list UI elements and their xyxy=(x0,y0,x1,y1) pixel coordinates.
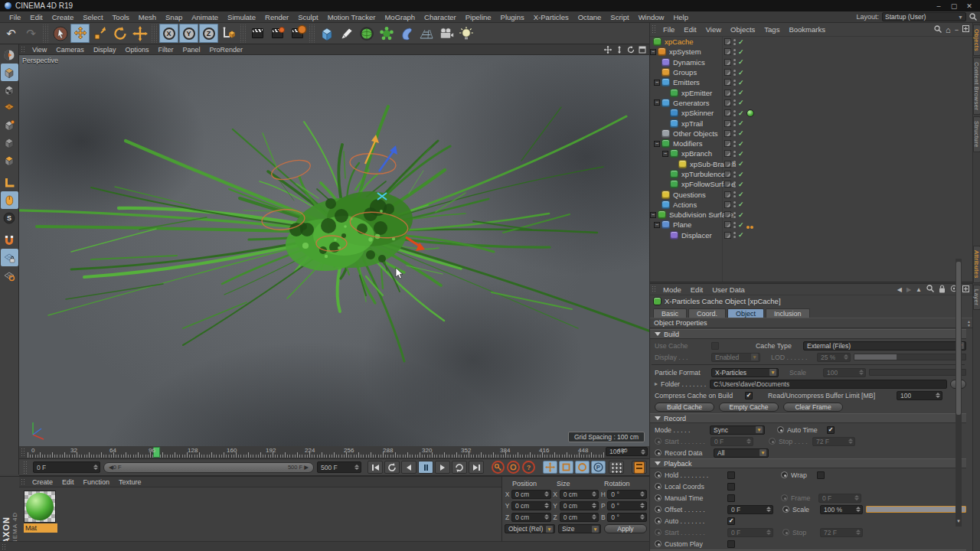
nav-back-icon[interactable]: ◀ xyxy=(897,286,902,293)
tree-row-xpskinner[interactable]: xpSkinner✓ xyxy=(650,108,980,118)
lod-field[interactable]: 25 % xyxy=(817,353,851,362)
render-settings-button[interactable] xyxy=(288,24,307,43)
add-generator-button[interactable] xyxy=(357,24,376,43)
menu-objects-tags[interactable]: Tags xyxy=(760,25,784,34)
tree-row-questions[interactable]: Questions✓ xyxy=(650,189,980,199)
layout-dropdown[interactable]: Startup (User)▼ xyxy=(882,12,966,21)
cache-type-dropdown[interactable]: External (Files)▼ xyxy=(803,341,966,350)
add-cube-button[interactable] xyxy=(317,24,336,43)
tree-row-emitters[interactable]: −Emitters✓ xyxy=(650,77,980,87)
record-data-radio[interactable] xyxy=(655,449,662,456)
visibility-dots[interactable] xyxy=(733,141,736,147)
magnet-button[interactable] xyxy=(1,231,18,249)
panel-handle[interactable] xyxy=(652,285,656,293)
add-panel-icon[interactable] xyxy=(962,285,969,294)
make-editable-button[interactable] xyxy=(1,46,18,64)
menu-attributes-mode[interactable]: Mode xyxy=(658,285,686,294)
tab-inclusion[interactable]: Inclusion xyxy=(766,308,810,318)
viewport-solo-button[interactable] xyxy=(1,191,18,209)
rotation-h-field[interactable]: 0 ° xyxy=(607,490,647,499)
menu-main-octane[interactable]: Octane xyxy=(573,13,606,21)
menu-viewport-cameras[interactable]: Cameras xyxy=(51,46,89,54)
tree-row-actions[interactable]: Actions✓ xyxy=(650,200,980,210)
enabled-check[interactable]: ✓ xyxy=(738,191,744,198)
size-z-field[interactable]: 0 cm xyxy=(560,513,599,522)
expander-icon[interactable]: − xyxy=(654,141,660,147)
menu-main-select[interactable]: Select xyxy=(78,13,107,21)
minimize-button[interactable]: – xyxy=(931,2,946,10)
expand-arrow[interactable]: ▸ xyxy=(655,380,658,387)
layer-toggle[interactable] xyxy=(724,69,731,76)
layer-toggle[interactable] xyxy=(724,90,731,96)
search-icon[interactable] xyxy=(934,25,942,34)
panel-handle[interactable] xyxy=(23,461,28,474)
build-cache-button[interactable]: Build Cache xyxy=(655,403,714,412)
minimize-panel-icon[interactable]: − xyxy=(955,26,959,34)
offset-field[interactable]: 0 F xyxy=(727,505,773,514)
custom-play-checkbox[interactable] xyxy=(727,540,735,548)
lod-slider[interactable] xyxy=(854,354,966,360)
animation-enable-radio[interactable] xyxy=(655,517,662,524)
axis-z-button[interactable]: Z xyxy=(199,24,218,43)
lock-icon[interactable] xyxy=(939,285,946,295)
panel-handle[interactable] xyxy=(21,46,25,53)
menu-main-simulate[interactable]: Simulate xyxy=(223,13,260,21)
render-picture-viewer-button[interactable] xyxy=(268,24,287,43)
menu-main-help[interactable]: Help xyxy=(668,13,693,21)
layer-toggle[interactable] xyxy=(724,120,731,127)
local-coords-checkbox[interactable] xyxy=(727,483,735,491)
tab-coord[interactable]: Coord. xyxy=(688,308,726,318)
layer-toggle[interactable] xyxy=(724,201,731,208)
panel-handle[interactable] xyxy=(652,24,656,34)
tree-row-generators[interactable]: −Generators✓ xyxy=(650,98,980,108)
animation-enable-radio[interactable] xyxy=(655,529,662,536)
tab-basic[interactable]: Basic xyxy=(653,308,687,318)
menu-main-tools[interactable]: Tools xyxy=(108,13,134,21)
panel-tab-objects[interactable]: Objects xyxy=(973,24,980,56)
visibility-dots[interactable] xyxy=(733,181,736,187)
rotate-button[interactable] xyxy=(110,24,129,43)
scale-button[interactable] xyxy=(90,24,109,43)
expander-icon[interactable]: − xyxy=(654,222,660,228)
autokeying-button[interactable] xyxy=(507,461,520,474)
section-header-playback[interactable]: Playback xyxy=(650,458,966,468)
layer-toggle[interactable] xyxy=(724,150,731,157)
layer-toggle[interactable] xyxy=(724,109,731,116)
panel-tab-content-browser[interactable]: Content Browser xyxy=(973,57,980,115)
menu-objects-bookmarks[interactable]: Bookmarks xyxy=(784,25,830,34)
layer-toggle[interactable] xyxy=(724,140,731,147)
layer-toggle[interactable] xyxy=(724,232,731,239)
add-environment-button[interactable] xyxy=(416,24,436,43)
menu-main-character[interactable]: Character xyxy=(420,13,461,21)
menu-objects-file[interactable]: File xyxy=(658,25,679,34)
undo-button[interactable]: ↶ xyxy=(2,24,21,43)
panel-handle[interactable] xyxy=(2,543,6,550)
add-panel-icon[interactable] xyxy=(962,25,969,34)
record-parameter-button[interactable]: P xyxy=(591,461,606,474)
step-forward-button[interactable] xyxy=(435,461,450,474)
range-start-field[interactable]: 0 F xyxy=(33,461,100,473)
point-level-animation-button[interactable] xyxy=(609,461,624,474)
record-mode-dropdown[interactable]: Sync▼ xyxy=(710,425,765,435)
folder-field[interactable]: C:\Users\dave\Documents xyxy=(710,380,947,389)
visibility-dots[interactable] xyxy=(733,99,736,106)
scroll-arrows[interactable]: ▲▼ xyxy=(967,320,971,327)
expander-icon[interactable]: − xyxy=(650,212,656,218)
visibility-dots[interactable] xyxy=(733,120,736,126)
points-mode-button[interactable] xyxy=(1,134,18,152)
menu-main-snap[interactable]: Snap xyxy=(161,13,187,21)
animation-enable-radio[interactable] xyxy=(769,438,776,445)
animation-enable-radio[interactable] xyxy=(655,438,662,445)
range-end-field[interactable]: 500 F xyxy=(317,461,361,473)
layer-toggle[interactable] xyxy=(724,171,731,178)
visibility-dots[interactable] xyxy=(733,59,736,65)
manual-time-checkbox[interactable] xyxy=(727,494,735,502)
menu-attributes-user-data[interactable]: User Data xyxy=(707,285,750,294)
menu-viewport-options[interactable]: Options xyxy=(120,46,153,54)
model-mode-button[interactable] xyxy=(1,64,18,81)
material-tag[interactable] xyxy=(746,109,754,117)
size-y-field[interactable]: 0 cm xyxy=(560,501,599,510)
live-selection-button[interactable] xyxy=(51,24,70,43)
tree-row-xpsystem[interactable]: −xpSystem✓ xyxy=(650,47,980,57)
visibility-dots[interactable] xyxy=(733,222,736,228)
